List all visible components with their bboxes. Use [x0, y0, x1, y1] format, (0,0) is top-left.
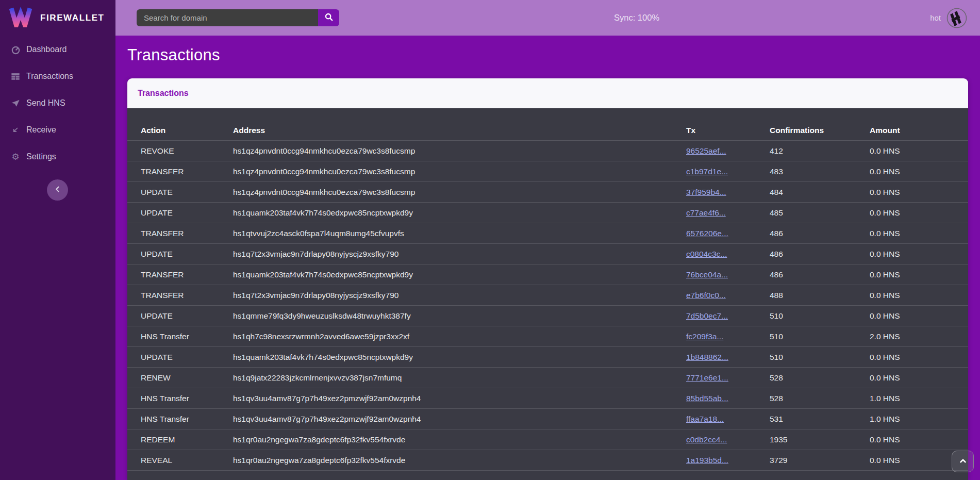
handshake-icon[interactable] — [946, 8, 967, 28]
tx-link[interactable]: e7b6f0c0... — [686, 291, 726, 300]
table-row: TRANSFERhs1q7t2x3vmjac9n7drlapy08nyjyscj… — [127, 285, 968, 306]
action-cell: REVEAL — [127, 450, 233, 471]
confirmations-cell: 510 — [770, 306, 870, 326]
sidebar-item-receive[interactable]: Receive — [0, 117, 115, 143]
action-cell: RENEW — [127, 368, 233, 388]
confirmations-cell: 486 — [770, 223, 870, 244]
tx-cell: c0db2cc4... — [686, 429, 770, 450]
tx-link[interactable]: 1a193b5d... — [686, 456, 728, 465]
tx-cell: c1b97d1e... — [686, 161, 770, 182]
tx-cell: c77ae4f6... — [686, 203, 770, 223]
sidebar-nav: Dashboard Transactions Send HNS Receive … — [0, 36, 115, 170]
tx-link[interactable]: 85bd55ab... — [686, 394, 728, 403]
address-cell: hs1qv3uu4amv87g7p7h49xez2pmzwjf92am0wzpn… — [233, 409, 686, 429]
action-cell: REVOKE — [127, 141, 233, 161]
confirmations-cell: 484 — [770, 182, 870, 203]
address-cell: hs1q7t2x3vmjac9n7drlapy08nyjyscjz9xsfky7… — [233, 285, 686, 306]
tx-link[interactable]: fc209f3a... — [686, 332, 723, 341]
action-cell: UPDATE — [127, 347, 233, 368]
tx-link[interactable]: 76bce04a... — [686, 270, 728, 279]
column-header-amount: Amount — [870, 108, 968, 141]
tx-link[interactable]: 37f959b4... — [686, 188, 726, 196]
chevron-left-icon — [54, 185, 62, 195]
wallet-name: hot — [930, 13, 941, 22]
amount-cell: 0.0 HNS — [870, 264, 968, 285]
tx-cell: 76bce04a... — [686, 264, 770, 285]
tx-link[interactable]: 1b848862... — [686, 353, 728, 361]
amount-cell: 1.0 HNS — [870, 409, 968, 429]
tx-link[interactable]: 96525aef... — [686, 146, 726, 155]
paper-plane-icon — [10, 98, 21, 108]
collapse-sidebar-button[interactable] — [47, 179, 68, 201]
address-cell: hs1qr0au2ngegwa7za8gdeptc6fp32fkv554fxrv… — [233, 429, 686, 450]
amount-cell: 0.0 HNS — [870, 161, 968, 182]
confirmations-cell: 3729 — [770, 450, 870, 471]
confirmations-cell: 412 — [770, 141, 870, 161]
firewallet-w-logo-icon — [9, 7, 32, 29]
tx-cell: e7b6f0c0... — [686, 285, 770, 306]
domain-search — [137, 9, 339, 26]
amount-cell: 0.0 HNS — [870, 203, 968, 223]
table-row: UPDATEhs1q7t2x3vmjac9n7drlapy08nyjyscjz9… — [127, 244, 968, 264]
tx-link[interactable]: 7771e6e1... — [686, 373, 728, 382]
transactions-table-body: REVOKEhs1qz4pnvdnt0ccg94nmkhcu0ezca79wc3… — [127, 141, 968, 471]
brand-home-link[interactable]: FIREWALLET — [0, 0, 115, 36]
main-content: Transactions Transactions Action Address… — [115, 36, 980, 480]
topbar: Sync: 100% hot — [115, 0, 980, 36]
sidebar-item-transactions[interactable]: Transactions — [0, 63, 115, 90]
tx-cell: 96525aef... — [686, 141, 770, 161]
tx-cell: fc209f3a... — [686, 326, 770, 347]
sidebar-item-dashboard[interactable]: Dashboard — [0, 36, 115, 63]
card-title: Transactions — [138, 89, 189, 98]
amount-cell: 0.0 HNS — [870, 429, 968, 450]
confirmations-cell: 1935 — [770, 429, 870, 450]
action-cell: UPDATE — [127, 182, 233, 203]
sidebar-item-settings[interactable]: ⚙ Settings — [0, 143, 115, 170]
table-row: HNS Transferhs1qv3uu4amv87g7p7h49xez2pmz… — [127, 388, 968, 409]
sidebar-item-send-hns[interactable]: Send HNS — [0, 90, 115, 117]
action-cell: TRANSFER — [127, 161, 233, 182]
confirmations-cell: 510 — [770, 326, 870, 347]
tx-cell: 6576206e... — [686, 223, 770, 244]
action-cell: UPDATE — [127, 203, 233, 223]
wallet-menu: hot — [930, 0, 967, 36]
card-header: Transactions — [127, 78, 968, 108]
table-header-row: Action Address Tx Confirmations Amount — [127, 108, 968, 141]
table-row: RENEWhs1q9jatx22283jzkcmlrnenjxvvzv387js… — [127, 368, 968, 388]
sidebar-item-label: Dashboard — [26, 45, 67, 54]
action-cell: REDEEM — [127, 429, 233, 450]
tx-link[interactable]: c77ae4f6... — [686, 208, 726, 217]
tx-cell: c0804c3c... — [686, 244, 770, 264]
action-cell: TRANSFER — [127, 223, 233, 244]
address-cell: hs1qmme79fq3dy9hweuzuslksdw48trwuyhkt387… — [233, 306, 686, 326]
sidebar-item-label: Settings — [26, 152, 56, 161]
confirmations-cell: 483 — [770, 161, 870, 182]
tx-link[interactable]: 7d5b0ec7... — [686, 311, 728, 320]
address-cell: hs1qz4pnvdnt0ccg94nmkhcu0ezca79wc3s8fucs… — [233, 161, 686, 182]
address-cell: hs1quamk203taf4vk7h74s0edxpwc85ncptxwpkd… — [233, 203, 686, 223]
sidebar-item-label: Send HNS — [26, 98, 65, 108]
column-header-tx: Tx — [686, 108, 770, 141]
scroll-top-button[interactable] — [952, 451, 974, 472]
tx-link[interactable]: c1b97d1e... — [686, 167, 728, 176]
brand-name: FIREWALLET — [40, 13, 105, 23]
search-button[interactable] — [318, 9, 339, 26]
tx-link[interactable]: c0db2cc4... — [686, 435, 727, 444]
tx-link[interactable]: ffaa7a18... — [686, 415, 724, 423]
tx-link[interactable]: 6576206e... — [686, 229, 728, 238]
search-input[interactable] — [137, 9, 318, 26]
column-header-action: Action — [127, 108, 233, 141]
action-cell: TRANSFER — [127, 285, 233, 306]
amount-cell: 0.0 HNS — [870, 223, 968, 244]
confirmations-cell: 528 — [770, 368, 870, 388]
tx-cell: 85bd55ab... — [686, 388, 770, 409]
table-row: REVOKEhs1qz4pnvdnt0ccg94nmkhcu0ezca79wc3… — [127, 141, 968, 161]
search-icon — [324, 12, 334, 23]
table-row: UPDATEhs1quamk203taf4vk7h74s0edxpwc85ncp… — [127, 203, 968, 223]
address-cell: hs1qz4pnvdnt0ccg94nmkhcu0ezca79wc3s8fucs… — [233, 141, 686, 161]
address-cell: hs1qr0au2ngegwa7za8gdeptc6fp32fkv554fxrv… — [233, 450, 686, 471]
tx-cell: 1b848862... — [686, 347, 770, 368]
address-cell: hs1q7t2x3vmjac9n7drlapy08nyjyscjz9xsfky7… — [233, 244, 686, 264]
tx-link[interactable]: c0804c3c... — [686, 250, 727, 258]
amount-cell: 0.0 HNS — [870, 141, 968, 161]
